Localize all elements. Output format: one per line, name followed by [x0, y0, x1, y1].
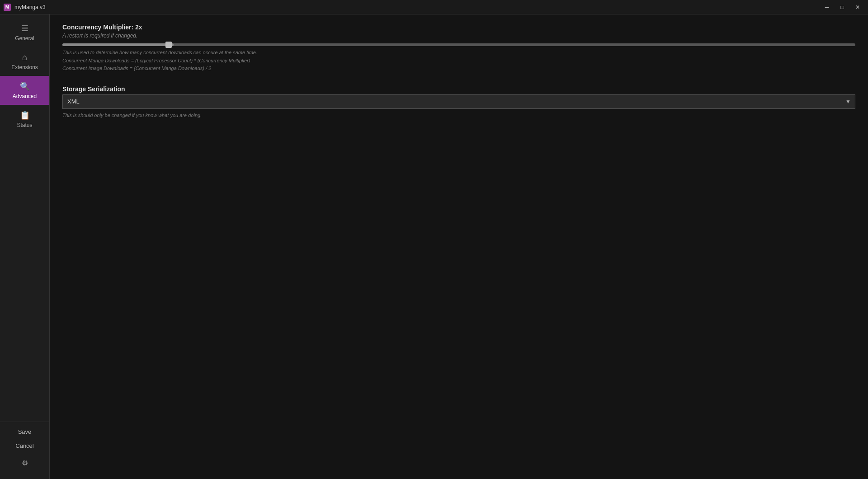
- storage-dropdown-wrapper: XML JSON ▼: [62, 94, 855, 109]
- cancel-button[interactable]: Cancel: [0, 440, 49, 452]
- storage-title: Storage Serialization: [62, 85, 855, 93]
- sidebar-label-extensions: Extensions: [11, 64, 38, 70]
- concurrency-hint-line3: Concurrent Image Downloads = (Concurrent…: [62, 66, 211, 71]
- main-content: Concurrency Multiplier: 2x A restart is …: [50, 14, 868, 479]
- sidebar-label-advanced: Advanced: [13, 93, 37, 99]
- sidebar: ☰ General ⌂ Extensions 🔍 Advanced 📋 Stat…: [0, 14, 50, 479]
- app-body: ☰ General ⌂ Extensions 🔍 Advanced 📋 Stat…: [0, 14, 868, 479]
- general-icon: ☰: [21, 23, 28, 33]
- sidebar-nav: ☰ General ⌂ Extensions 🔍 Advanced 📋 Stat…: [0, 14, 49, 422]
- storage-dropdown[interactable]: XML JSON: [62, 94, 855, 109]
- extensions-icon: ⌂: [22, 53, 27, 62]
- titlebar-controls: ─ □ ✕: [820, 3, 864, 12]
- concurrency-slider-fill: [62, 43, 174, 46]
- sidebar-label-general: General: [15, 35, 34, 42]
- close-button[interactable]: ✕: [851, 3, 864, 12]
- concurrency-hint-line2: Concurrent Manga Downloads = (Logical Pr…: [62, 58, 250, 63]
- storage-hint: This is should only be changed if you kn…: [62, 112, 855, 120]
- concurrency-group: Concurrency Multiplier: 2x A restart is …: [62, 23, 855, 73]
- settings-icon: ⚙: [22, 459, 28, 467]
- save-button[interactable]: Save: [0, 426, 49, 438]
- maximize-button[interactable]: □: [835, 3, 849, 12]
- concurrency-slider-thumb[interactable]: [165, 42, 172, 48]
- concurrency-restart-note: A restart is required if changed.: [62, 33, 855, 39]
- concurrency-hint-line1: This is used to determine how many concu…: [62, 50, 257, 55]
- titlebar: M myManga v3 ─ □ ✕: [0, 0, 868, 14]
- titlebar-left: M myManga v3: [4, 4, 46, 11]
- concurrency-slider-track[interactable]: [62, 43, 855, 46]
- settings-button[interactable]: ⚙: [22, 454, 28, 472]
- sidebar-item-extensions[interactable]: ⌂ Extensions: [0, 47, 49, 76]
- sidebar-label-status: Status: [17, 122, 32, 128]
- concurrency-hint: This is used to determine how many concu…: [62, 49, 855, 73]
- concurrency-slider-container: [62, 43, 855, 46]
- status-icon: 📋: [20, 110, 30, 120]
- save-cancel-area: Save Cancel ⚙: [0, 422, 49, 479]
- minimize-button[interactable]: ─: [820, 3, 834, 12]
- concurrency-title: Concurrency Multiplier: 2x: [62, 23, 855, 31]
- storage-group: Storage Serialization XML JSON ▼ This is…: [62, 85, 855, 120]
- app-icon: M: [4, 4, 11, 11]
- titlebar-title: myManga v3: [14, 4, 46, 10]
- sidebar-item-general[interactable]: ☰ General: [0, 18, 49, 47]
- sidebar-item-status[interactable]: 📋 Status: [0, 105, 49, 134]
- sidebar-item-advanced[interactable]: 🔍 Advanced: [0, 76, 49, 105]
- advanced-icon: 🔍: [20, 81, 30, 91]
